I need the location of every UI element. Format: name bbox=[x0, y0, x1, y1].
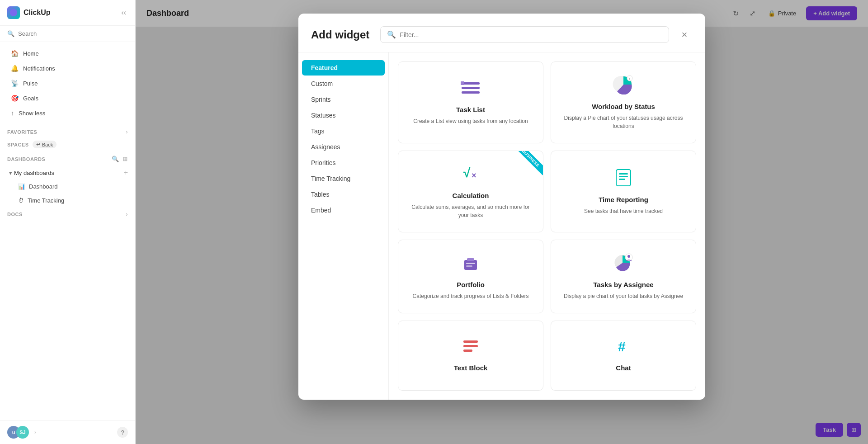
modal-sidebar-item-tags[interactable]: Tags bbox=[302, 123, 385, 139]
time-reporting-desc: See tasks that have time tracked bbox=[584, 207, 663, 215]
avatar-sj: SJ bbox=[16, 426, 29, 439]
bell-icon: 🔔 bbox=[11, 65, 19, 72]
svg-point-0 bbox=[10, 9, 17, 16]
time-tracking-sidebar-icon: ⏱ bbox=[18, 197, 24, 204]
modal-sidebar-item-priorities[interactable]: Priorities bbox=[302, 155, 385, 170]
svg-point-20 bbox=[627, 255, 630, 258]
sidebar-item-goals[interactable]: 🎯 Goals bbox=[4, 91, 132, 105]
sidebar-item-notifications[interactable]: 🔔 Notifications bbox=[4, 61, 132, 76]
chat-icon: # bbox=[613, 336, 634, 358]
modal-title: Add widget bbox=[311, 28, 369, 41]
svg-text:#: # bbox=[618, 339, 626, 354]
sidebar-item-home-label: Home bbox=[23, 50, 39, 57]
widget-card-calculation[interactable]: BUSINESS √ × Calculation Calculate sums,… bbox=[398, 151, 543, 232]
modal-sidebar-item-assignees[interactable]: Assignees bbox=[302, 139, 385, 155]
pulse-icon: 📡 bbox=[11, 80, 19, 87]
sidebar-item-time-tracking[interactable]: ⏱ Time Tracking bbox=[4, 194, 132, 207]
time-reporting-title: Time Reporting bbox=[599, 196, 648, 203]
chevron-up-icon: ↑ bbox=[11, 109, 14, 117]
sidebar-item-time-tracking-label: Time Tracking bbox=[28, 197, 64, 204]
svg-rect-16 bbox=[466, 263, 475, 264]
sidebar-item-pulse-label: Pulse bbox=[23, 80, 38, 87]
search-icon: 🔍 bbox=[7, 30, 14, 37]
main-content: Dashboard ↻ ⤢ 🔒 Private + Add widget Add… bbox=[136, 0, 868, 444]
svg-rect-2 bbox=[462, 87, 480, 89]
modal-search-input[interactable] bbox=[400, 31, 662, 38]
widget-card-chat[interactable]: # Chat bbox=[551, 321, 696, 391]
sidebar-item-dashboard[interactable]: 📊 Dashboard bbox=[4, 180, 132, 193]
portfolio-icon bbox=[460, 253, 481, 274]
modal-close-button[interactable]: × bbox=[676, 27, 693, 43]
widget-card-workload-status[interactable]: › Workload by Status Display a Pie chart… bbox=[551, 61, 696, 143]
sidebar-item-show-less-label: Show less bbox=[19, 110, 45, 117]
sidebar-item-pulse[interactable]: 📡 Pulse bbox=[4, 76, 132, 90]
modal-header: Add widget 🔍 × bbox=[298, 14, 705, 52]
business-badge: BUSINESS bbox=[516, 151, 543, 175]
sidebar-navigation: 🏠 Home 🔔 Notifications 📡 Pulse 🎯 Goals ↑… bbox=[0, 42, 135, 124]
sidebar-header: ClickUp ‹‹ bbox=[0, 0, 135, 26]
add-dashboard-button[interactable]: + bbox=[124, 169, 128, 177]
favorites-section-label: FAVORITES › bbox=[0, 124, 135, 137]
widget-card-tasks-assignee[interactable]: Tasks by Assignee Display a pie chart of… bbox=[551, 240, 696, 313]
widget-card-portfolio[interactable]: Portfolio Categorize and track progress … bbox=[398, 240, 543, 313]
business-corner: BUSINESS bbox=[516, 151, 543, 178]
tasks-assignee-icon bbox=[613, 253, 634, 274]
back-button[interactable]: ↩ Back bbox=[33, 141, 57, 148]
sidebar-item-home[interactable]: 🏠 Home bbox=[4, 46, 132, 61]
sidebar-bottom: u SJ › ? bbox=[0, 420, 135, 444]
widget-card-task-list[interactable]: Task List Create a List view using tasks… bbox=[398, 61, 543, 143]
svg-rect-15 bbox=[467, 258, 474, 261]
my-dashboards-row[interactable]: ▾ My dashboards + bbox=[0, 166, 135, 179]
logo-text: ClickUp bbox=[24, 9, 51, 17]
modal-sidebar-item-sprints[interactable]: Sprints bbox=[302, 92, 385, 107]
sidebar-item-dashboard-label: Dashboard bbox=[29, 183, 58, 190]
sidebar-item-show-less[interactable]: ↑ Show less bbox=[4, 106, 132, 120]
home-icon: 🏠 bbox=[11, 50, 19, 57]
docs-section-label: DOCS › bbox=[0, 208, 135, 221]
modal-widget-grid-area: Task List Create a List view using tasks… bbox=[389, 52, 705, 400]
text-block-title: Text Block bbox=[454, 364, 488, 372]
search-dashboards-icon[interactable]: 🔍 bbox=[112, 156, 119, 162]
add-widget-modal: Add widget 🔍 × Featured Custom Sprints S… bbox=[298, 14, 705, 400]
svg-rect-22 bbox=[463, 345, 478, 347]
modal-search-bar: 🔍 bbox=[380, 26, 669, 43]
task-list-icon bbox=[460, 80, 481, 99]
my-dashboards-label: My dashboards bbox=[14, 170, 54, 176]
modal-sidebar-item-tables[interactable]: Tables bbox=[302, 187, 385, 202]
sidebar: ClickUp ‹‹ 🔍 🏠 Home 🔔 Notifications 📡 Pu… bbox=[0, 0, 136, 444]
dashboard-icon: 📊 bbox=[18, 183, 25, 190]
modal-sidebar-item-custom[interactable]: Custom bbox=[302, 76, 385, 91]
svg-rect-23 bbox=[463, 350, 472, 352]
svg-rect-11 bbox=[619, 173, 628, 175]
widget-grid: Task List Create a List view using tasks… bbox=[398, 61, 696, 391]
help-button[interactable]: ? bbox=[117, 427, 128, 438]
workload-status-desc: Display a Pie chart of your statuses usa… bbox=[560, 114, 687, 130]
tasks-assignee-title: Tasks by Assignee bbox=[593, 281, 653, 288]
widget-card-text-block[interactable]: Text Block bbox=[398, 321, 543, 391]
dashboards-section-label: DASHBOARDS 🔍 ⊞ bbox=[0, 152, 135, 166]
modal-sidebar-item-featured[interactable]: Featured bbox=[302, 60, 385, 76]
modal-sidebar-item-time-tracking[interactable]: Time Tracking bbox=[302, 171, 385, 186]
widget-card-time-reporting[interactable]: Time Reporting See tasks that have time … bbox=[551, 151, 696, 232]
modal-overlay: Add widget 🔍 × Featured Custom Sprints S… bbox=[136, 0, 868, 444]
svg-text:×: × bbox=[472, 171, 476, 180]
calculation-title: Calculation bbox=[453, 192, 489, 199]
svg-rect-10 bbox=[616, 170, 631, 186]
logo-icon bbox=[7, 6, 20, 19]
time-reporting-icon bbox=[613, 168, 633, 189]
modal-search-icon: 🔍 bbox=[387, 30, 396, 39]
task-list-desc: Create a List view using tasks from any … bbox=[413, 117, 528, 125]
modal-sidebar-item-embed[interactable]: Embed bbox=[302, 203, 385, 218]
avatar-group: u SJ bbox=[7, 426, 29, 439]
modal-sidebar-item-statuses[interactable]: Statuses bbox=[302, 108, 385, 123]
expand-dashboards-icon[interactable]: ⊞ bbox=[123, 156, 128, 162]
portfolio-title: Portfolio bbox=[457, 281, 485, 288]
modal-body: Featured Custom Sprints Statuses Tags As… bbox=[298, 52, 705, 400]
goals-icon: 🎯 bbox=[11, 94, 19, 102]
sidebar-item-notifications-label: Notifications bbox=[23, 65, 55, 72]
workload-status-title: Workload by Status bbox=[592, 103, 655, 110]
search-input[interactable] bbox=[18, 30, 128, 37]
spaces-row: SPACES ↩ Back bbox=[0, 137, 135, 152]
sidebar-collapse-button[interactable]: ‹‹ bbox=[119, 7, 128, 19]
caret-icon: ▾ bbox=[9, 170, 12, 176]
